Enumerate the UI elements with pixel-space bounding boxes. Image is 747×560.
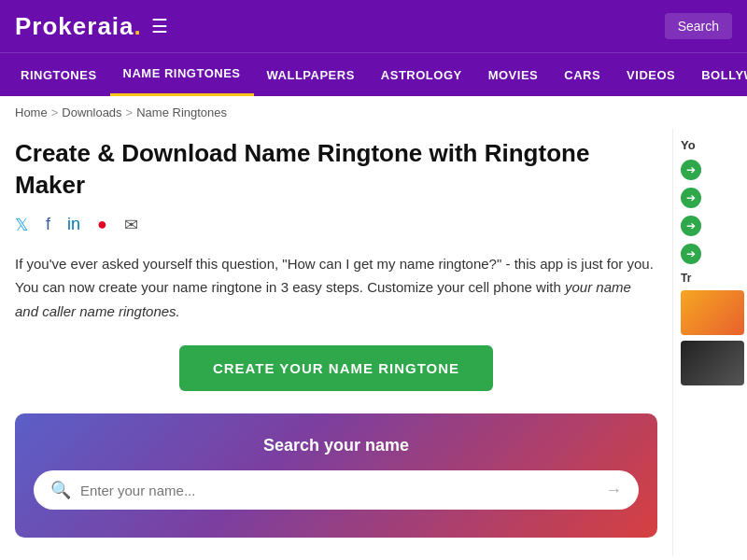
- sidebar-arrow-2: ➔: [681, 188, 740, 208]
- name-search-bar: 🔍 →: [34, 470, 639, 510]
- pinterest-icon[interactable]: ●: [97, 215, 107, 234]
- breadcrumb-sep1: >: [51, 105, 59, 119]
- sidebar-trending-label: Tr: [681, 272, 740, 285]
- sidebar-arrow-icon-3[interactable]: ➔: [681, 216, 701, 236]
- cta-button[interactable]: CREATE YOUR NAME RINGTONE: [179, 345, 493, 391]
- name-input[interactable]: [80, 483, 596, 498]
- breadcrumb-current: Name Ringtones: [136, 105, 227, 119]
- facebook-icon[interactable]: f: [46, 215, 50, 234]
- description-text: If you've ever asked yourself this quest…: [15, 252, 657, 324]
- nav-item-ringtones[interactable]: RINGTONES: [7, 55, 110, 95]
- hamburger-icon[interactable]: ☰: [151, 15, 168, 37]
- main-layout: Create & Download Name Ringtone with Rin…: [0, 129, 747, 556]
- sidebar-arrow-3: ➔: [681, 216, 740, 236]
- sidebar-yo-label: Yo: [681, 138, 740, 152]
- sidebar: Yo ➔ ➔ ➔ ➔ Tr: [672, 129, 747, 556]
- email-icon[interactable]: ✉: [124, 215, 138, 235]
- description-part1: If you've ever asked yourself this quest…: [15, 256, 282, 272]
- sidebar-arrow-icon-4[interactable]: ➔: [681, 244, 701, 264]
- nav-item-astrology[interactable]: ASTROLOGY: [368, 55, 475, 95]
- header: Prokeraia. ☰ Search: [0, 0, 747, 52]
- search-section-title: Search your name: [34, 436, 639, 455]
- nav-item-cars[interactable]: CARS: [551, 55, 613, 95]
- logo: Prokeraia.: [15, 12, 142, 41]
- description-quote: "How can I get my name ringtone?": [282, 256, 501, 272]
- breadcrumb-sep2: >: [126, 105, 134, 119]
- search-icon: 🔍: [50, 480, 71, 500]
- nav-item-bollywood[interactable]: BOLLYW...: [688, 55, 747, 95]
- linkedin-icon[interactable]: in: [67, 215, 80, 234]
- search-arrow-button[interactable]: →: [605, 481, 622, 500]
- sidebar-arrow-icon-1[interactable]: ➔: [681, 160, 701, 180]
- sidebar-arrow-1: ➔: [681, 160, 740, 180]
- nav-item-wallpapers[interactable]: WALLPAPERS: [254, 55, 368, 95]
- sidebar-image-2: [681, 341, 744, 385]
- sidebar-arrow-4: ➔: [681, 244, 740, 264]
- sidebar-image-1: [681, 290, 744, 335]
- logo-dot: .: [134, 12, 142, 40]
- search-button[interactable]: Search: [665, 13, 732, 39]
- breadcrumb-home[interactable]: Home: [15, 105, 48, 119]
- nav-item-movies[interactable]: MOVIES: [475, 55, 552, 95]
- search-section: Search your name 🔍 →: [15, 413, 657, 538]
- nav-item-name-ringtones[interactable]: NAME RINGTONES: [110, 53, 254, 96]
- nav-item-videos[interactable]: VIDEOS: [613, 55, 688, 95]
- breadcrumb-downloads[interactable]: Downloads: [62, 105, 121, 119]
- breadcrumb: Home > Downloads > Name Ringtones: [0, 96, 747, 129]
- page-title: Create & Download Name Ringtone with Rin…: [15, 138, 657, 202]
- twitter-icon[interactable]: 𝕏: [15, 215, 29, 235]
- logo-area: Prokeraia. ☰: [15, 12, 168, 41]
- social-icons: 𝕏 f in ● ✉: [15, 215, 657, 235]
- main-nav: RINGTONES NAME RINGTONES WALLPAPERS ASTR…: [0, 52, 747, 96]
- content-area: Create & Download Name Ringtone with Rin…: [0, 129, 672, 556]
- sidebar-arrow-icon-2[interactable]: ➔: [681, 188, 701, 208]
